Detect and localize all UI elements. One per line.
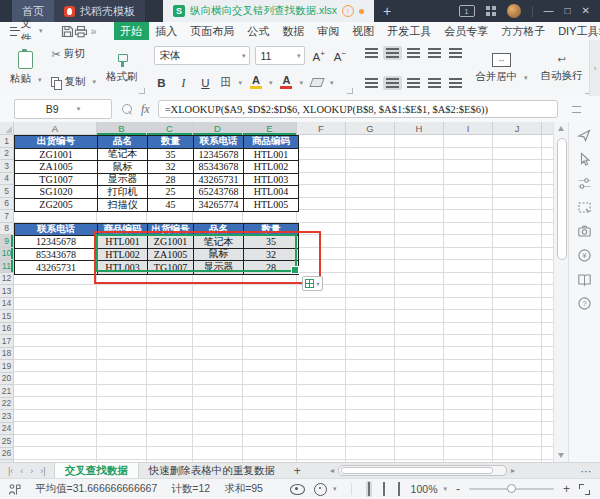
- table-cell[interactable]: 85343678: [15, 249, 98, 262]
- bold-button[interactable]: B: [154, 77, 168, 89]
- sheet-nav-prev-icon[interactable]: ‹: [20, 466, 23, 476]
- alert-icon[interactable]: !: [342, 5, 354, 17]
- camera-check-icon[interactable]: [577, 223, 593, 239]
- zoom-out-button[interactable]: -: [456, 482, 460, 496]
- tab-list-icon[interactable]: 1: [459, 5, 475, 17]
- normal-view-button[interactable]: [366, 481, 372, 497]
- table-header-cell[interactable]: 出货编号: [15, 136, 98, 149]
- row-header-12[interactable]: 12: [0, 273, 13, 286]
- merge-center-button[interactable]: ↔ 合并居中 ▾: [472, 52, 530, 85]
- table-cell[interactable]: 43265731: [194, 174, 244, 187]
- row-header-10[interactable]: 10: [0, 248, 13, 261]
- menu-tab-会员专享[interactable]: 会员专享: [438, 22, 495, 40]
- print-button[interactable]: [74, 24, 88, 38]
- zoom-formula-icon[interactable]: [122, 104, 132, 114]
- table-header-cell[interactable]: 商品编码: [244, 136, 298, 149]
- table-cell[interactable]: HTL001: [244, 149, 298, 162]
- expand-formula-bar-icon[interactable]: [572, 106, 581, 113]
- scroll-up-icon[interactable]: [558, 126, 564, 131]
- sheet-tab-快速删除表格中的重复数据[interactable]: 快速删除表格中的重复数据: [139, 463, 285, 478]
- table-header-cell[interactable]: 联系电话: [194, 136, 244, 149]
- table-cell[interactable]: 85343678: [194, 161, 244, 174]
- vertical-scrollbar[interactable]: [553, 122, 568, 462]
- table-header-cell[interactable]: 联系电话: [15, 224, 98, 237]
- hscroll-thumb[interactable]: [341, 467, 493, 474]
- horizontal-scrollbar[interactable]: ◂ ▸: [330, 466, 515, 475]
- font-size-select[interactable]: 11▾: [255, 46, 305, 65]
- format-painter-button[interactable]: 格式刷: [103, 52, 141, 85]
- table-cell[interactable]: 25: [148, 186, 194, 199]
- table-cell[interactable]: TG1007: [15, 174, 98, 187]
- table-cell[interactable]: ZA1005: [15, 161, 98, 174]
- table-cell[interactable]: 28: [148, 174, 194, 187]
- row-header-11[interactable]: 11: [0, 260, 13, 273]
- minimize-button[interactable]: —: [544, 0, 554, 22]
- table-cell[interactable]: ZG2005: [15, 199, 98, 212]
- spotlight-button[interactable]: ▾: [314, 483, 337, 496]
- font-dialog-launcher[interactable]: [347, 88, 353, 94]
- hscroll-left-icon[interactable]: ◂: [330, 466, 334, 475]
- sheet-tab-交叉查找数据[interactable]: 交叉查找数据: [54, 463, 139, 478]
- column-header-D[interactable]: D: [193, 122, 243, 135]
- page-layout-view-button[interactable]: [381, 481, 387, 497]
- table-header-cell[interactable]: 品名: [98, 136, 148, 149]
- table-header-cell[interactable]: 数量: [148, 136, 194, 149]
- table-cell[interactable]: SG1020: [15, 186, 98, 199]
- save-button[interactable]: [61, 24, 74, 38]
- select-all-corner[interactable]: [0, 122, 14, 135]
- row-header-19[interactable]: 19: [0, 360, 13, 373]
- table-cell[interactable]: 鼠标: [98, 161, 148, 174]
- table-cell[interactable]: HTL004: [244, 186, 298, 199]
- row-header-25[interactable]: 25: [0, 435, 13, 448]
- table-cell[interactable]: HTL005: [244, 199, 298, 212]
- row-header-14[interactable]: 14: [0, 298, 13, 311]
- vertical-scrollbar-thumb[interactable]: [557, 138, 567, 260]
- table-cell[interactable]: 12345678: [194, 149, 244, 162]
- column-header-F[interactable]: F: [297, 122, 346, 135]
- row-header-3[interactable]: 3: [0, 160, 13, 173]
- row-header-16[interactable]: 16: [0, 323, 13, 336]
- table-cell[interactable]: 34265774: [194, 199, 244, 212]
- page-break-view-button[interactable]: [396, 481, 402, 497]
- ribbon-expand-strip[interactable]: ›: [589, 40, 600, 96]
- row-header-18[interactable]: 18: [0, 348, 13, 361]
- table-cell[interactable]: 35: [148, 149, 194, 162]
- scroll-down-icon[interactable]: [558, 453, 564, 458]
- screenshot-icon[interactable]: [577, 199, 593, 215]
- zoom-slider-knob[interactable]: [507, 484, 516, 493]
- table-cell[interactable]: HTL002: [244, 161, 298, 174]
- docer-template-tab[interactable]: 找稻壳模板: [54, 0, 145, 22]
- eye-protection-icon[interactable]: [290, 484, 305, 495]
- align-middle-button[interactable]: [383, 46, 402, 60]
- table-cell[interactable]: ZG1001: [15, 149, 98, 162]
- sheet-nav-last-icon[interactable]: ›|: [40, 466, 45, 476]
- align-bottom-button[interactable]: [404, 46, 423, 60]
- table-cell[interactable]: 打印机: [98, 186, 148, 199]
- menu-tab-开始[interactable]: 开始: [114, 22, 149, 40]
- grow-font-button[interactable]: A+: [310, 49, 326, 63]
- shrink-font-button[interactable]: A−: [332, 49, 348, 63]
- menu-tab-开发工具[interactable]: 开发工具: [381, 22, 438, 40]
- hscroll-track[interactable]: [338, 465, 507, 476]
- column-header-E[interactable]: E: [243, 122, 297, 135]
- row-header-23[interactable]: 23: [0, 410, 13, 423]
- column-header-J[interactable]: J: [493, 122, 542, 135]
- menu-tab-页面布局[interactable]: 页面布局: [184, 22, 241, 40]
- select-cursor-icon[interactable]: [577, 151, 593, 167]
- row-header-9[interactable]: 9: [0, 235, 13, 248]
- align-top-button[interactable]: [362, 46, 381, 60]
- italic-button[interactable]: I: [176, 77, 190, 89]
- paste-button[interactable]: 粘贴 ▾: [7, 50, 44, 87]
- fill-options-button[interactable]: ▾: [302, 276, 323, 291]
- row-header-4[interactable]: 4: [0, 173, 13, 186]
- justify-button[interactable]: [425, 76, 444, 90]
- quick-access-more[interactable]: »: [91, 25, 97, 37]
- menu-tab-DIY工具箱[interactable]: DIY工具箱: [552, 22, 600, 40]
- help-icon[interactable]: ?: [577, 295, 593, 311]
- row-header-24[interactable]: 24: [0, 423, 13, 436]
- sheet-tab-more-button[interactable]: ⋯: [581, 463, 593, 479]
- distribute-button[interactable]: [446, 76, 465, 90]
- insert-function-button[interactable]: fx: [141, 102, 150, 117]
- column-header-G[interactable]: G: [346, 122, 395, 135]
- sheet-nav-first-icon[interactable]: |‹: [8, 466, 13, 476]
